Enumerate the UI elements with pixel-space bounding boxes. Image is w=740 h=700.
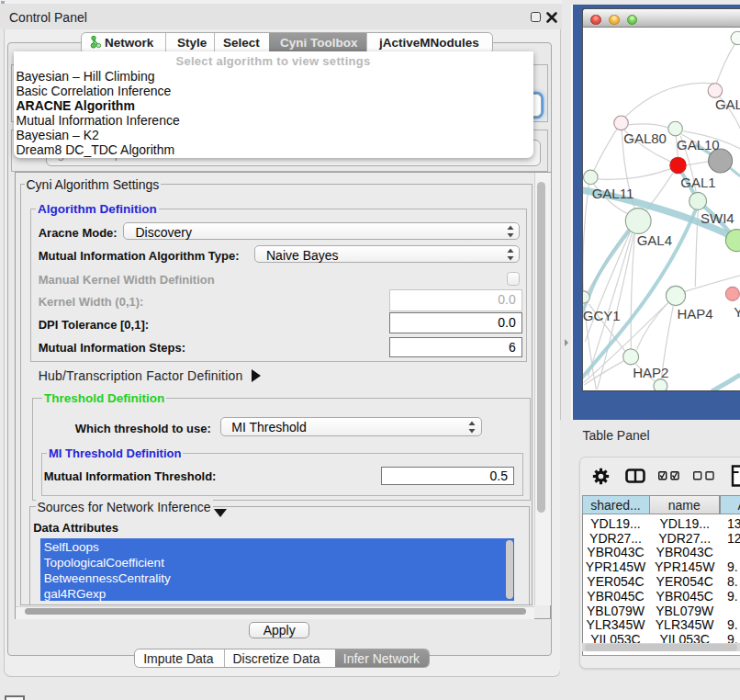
svg-text:GAL10: GAL10 <box>677 137 720 152</box>
svg-text:SWI4: SWI4 <box>701 210 734 226</box>
svg-text:Y: Y <box>734 304 740 320</box>
svg-text:HAP2: HAP2 <box>633 365 668 380</box>
svg-text:GAL4: GAL4 <box>636 232 671 248</box>
svg-text:GAL1: GAL1 <box>680 175 715 190</box>
svg-text:GAL11: GAL11 <box>591 186 633 201</box>
svg-text:HAP4: HAP4 <box>677 306 712 322</box>
svg-text:GAL80: GAL80 <box>623 130 667 146</box>
svg-text:GCY1: GCY1 <box>583 308 621 323</box>
svg-text:GAL: GAL <box>715 96 740 112</box>
